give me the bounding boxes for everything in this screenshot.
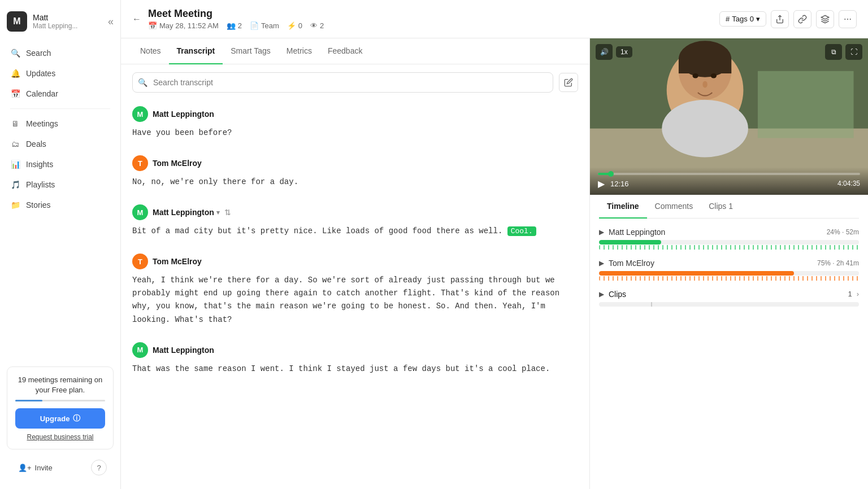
timeline-tab-bar: Timeline Comments Clips 1 [599, 195, 859, 219]
message-header: M Matt Leppington [132, 106, 578, 122]
timeline-tab-clips[interactable]: Clips 1 [701, 195, 741, 219]
transcript-message-1: M Matt Leppington Have you been before? [132, 106, 578, 139]
layers-button[interactable] [816, 10, 834, 28]
message-text: Have you been before? [132, 126, 578, 139]
volume-button[interactable]: 🔊 [596, 44, 613, 60]
chevron-right-icon[interactable]: › [857, 290, 859, 298]
link-button[interactable] [793, 10, 811, 28]
video-panel: 🔊 1x ⧉ ⛶ ▶ 12:16 [590, 38, 868, 489]
clips-count: 1 [848, 290, 852, 298]
transcript-panel: Notes Transcript Smart Tags Metrics Feed… [121, 38, 590, 489]
tab-smart-tags[interactable]: Smart Tags [223, 38, 279, 64]
hash-icon: # [726, 15, 730, 23]
more-dots-icon: ⋯ [844, 15, 852, 24]
stories-icon: 📁 [10, 200, 20, 210]
main-header: ← Meet Meeting 📅 May 28, 11:52 AM 👥 2 📄 … [121, 0, 868, 38]
search-icon: 🔍 [138, 78, 147, 87]
clips-row: ▶ Clips 1 › [599, 290, 859, 307]
sidebar-user[interactable]: M Matt Matt Lepping... [7, 11, 77, 32]
progress-dot [608, 171, 614, 177]
transcript-message-4: T Tom McElroy Yeah, I think we're there … [132, 254, 578, 326]
search-icon: 🔍 [10, 48, 20, 58]
message-text: Yeah, I think we're there for a day. So … [132, 274, 578, 326]
meta-date: 📅 May 28, 11:52 AM [148, 21, 219, 30]
sidebar-bottom: 19 meetings remaining on your Free plan.… [0, 360, 120, 482]
meta-team: 📄 Team [250, 21, 279, 30]
user-info: Matt Matt Lepping... [33, 13, 77, 30]
clips-marker [651, 302, 652, 307]
calendar-icon: 📅 [10, 89, 20, 99]
upgrade-box: 19 meetings remaining on your Free plan.… [7, 366, 114, 449]
sidebar-footer: 👤+ Invite ? [7, 455, 114, 475]
upgrade-text: 19 meetings remaining on your Free plan. [15, 375, 105, 395]
sidebar-nav: 🔍 Search 🔔 Updates 📅 Calendar 🖥 Meetings… [0, 41, 120, 360]
meta-views: 👁 2 [310, 21, 324, 30]
help-button[interactable]: ? [91, 460, 107, 475]
sidebar-item-insights[interactable]: 📊 Insights [5, 154, 116, 174]
video-progress-fill [598, 173, 611, 175]
video-controls-bottom: ▶ 12:16 4:04:35 [590, 167, 868, 195]
lightning-icon: ⚡ [287, 21, 296, 30]
speaker-bar-fill [599, 240, 661, 244]
timeline-item-header: ▶ Tom McElroy 75% · 2h 41m [599, 259, 859, 268]
invite-label: Invite [35, 464, 53, 472]
avatar: M [132, 106, 148, 122]
speaker-play-button[interactable]: ▶ [599, 228, 604, 236]
pip-button[interactable]: ⧉ [825, 44, 842, 60]
timeline-item-header: ▶ Matt Leppington 24% · 52m [599, 228, 859, 237]
avatar: T [132, 254, 148, 269]
avatar: M [132, 342, 148, 358]
header-left: ← Meet Meeting 📅 May 28, 11:52 AM 👥 2 📄 … [132, 8, 324, 30]
trial-link[interactable]: Request business trial [15, 433, 105, 441]
more-button[interactable]: ⋯ [839, 10, 857, 28]
speaker-name: Matt Leppington [153, 346, 214, 355]
sidebar-item-updates[interactable]: 🔔 Updates [5, 63, 116, 84]
svg-rect-5 [758, 71, 854, 138]
tab-metrics[interactable]: Metrics [279, 38, 320, 64]
bell-icon: 🔔 [10, 68, 20, 78]
video-progress[interactable] [598, 173, 860, 175]
sidebar-item-calendar[interactable]: 📅 Calendar [5, 84, 116, 104]
tab-transcript[interactable]: Transcript [169, 38, 223, 64]
search-wrapper: 🔍 [132, 72, 553, 93]
timeline-tab-timeline[interactable]: Timeline [599, 195, 647, 219]
avatar: M [7, 11, 27, 32]
speaker-play-button[interactable]: ▶ [599, 259, 604, 267]
upgrade-button[interactable]: Upgrade ⓘ [15, 408, 105, 429]
speaker-stats: 75% · 2h 41m [817, 259, 859, 267]
sidebar-item-playlists[interactable]: 🎵 Playlists [5, 174, 116, 195]
back-button[interactable]: ← [132, 14, 141, 24]
chevron-down-icon: ▾ [756, 15, 760, 23]
avatar: M [132, 204, 148, 220]
collapse-button[interactable]: « [108, 16, 114, 28]
search-input[interactable] [132, 72, 553, 93]
insights-icon: 📊 [10, 159, 20, 169]
sidebar-item-meetings[interactable]: 🖥 Meetings [5, 113, 116, 134]
speaker-bar-pattern [599, 276, 859, 281]
video-container: 🔊 1x ⧉ ⛶ ▶ 12:16 [590, 38, 868, 195]
tab-notes[interactable]: Notes [132, 38, 169, 64]
sidebar-item-deals[interactable]: 🗂 Deals [5, 134, 116, 154]
tab-feedback[interactable]: Feedback [320, 38, 370, 64]
speaker-name: Tom McElroy [153, 257, 202, 266]
fullscreen-button[interactable]: ⛶ [845, 44, 862, 60]
clips-timeline [599, 302, 859, 307]
sidebar-item-label: Playlists [26, 180, 55, 189]
play-button[interactable]: ▶ [598, 178, 605, 189]
timeline-tab-comments[interactable]: Comments [647, 195, 701, 219]
filter-icon[interactable]: ⇅ [224, 208, 231, 217]
speed-button[interactable]: 1x [616, 46, 632, 58]
speaker-bar-pattern [599, 245, 859, 250]
sidebar-item-stories[interactable]: 📁 Stories [5, 195, 116, 215]
clips-play-button[interactable]: ▶ [599, 290, 604, 298]
question-icon: ⓘ [73, 413, 80, 423]
edit-button[interactable] [559, 73, 578, 92]
share-button[interactable] [771, 10, 789, 28]
sidebar-item-search[interactable]: 🔍 Search [5, 43, 116, 63]
invite-button[interactable]: 👤+ Invite [14, 460, 57, 475]
tags-button[interactable]: # Tags 0 ▾ [719, 11, 766, 27]
message-header: T Tom McElroy [132, 254, 578, 269]
total-time: 4:04:35 [837, 180, 860, 187]
svg-point-10 [662, 100, 748, 158]
message-header: M Matt Leppington [132, 342, 578, 358]
